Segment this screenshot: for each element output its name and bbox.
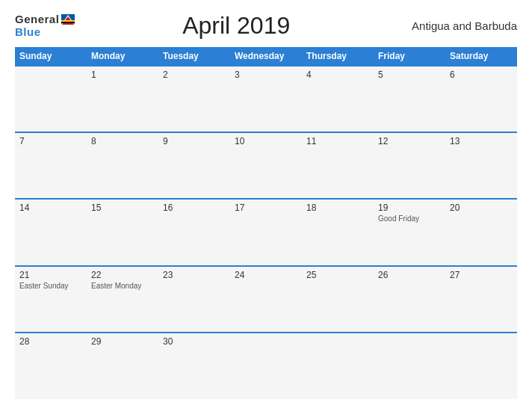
calendar-cell: 7	[15, 132, 87, 199]
day-number: 13	[450, 136, 513, 146]
week-row-3: 141516171819Good Friday20	[15, 199, 517, 265]
weekday-header-wednesday: Wednesday	[230, 47, 302, 66]
weekday-header-thursday: Thursday	[302, 47, 374, 66]
calendar-cell: 23	[158, 266, 230, 333]
day-number: 7	[19, 136, 82, 146]
calendar-cell: 21Easter Sunday	[15, 266, 87, 333]
calendar-cell: 24	[230, 266, 302, 333]
calendar-cell: 19Good Friday	[374, 199, 445, 265]
calendar-cell: 30	[158, 333, 230, 399]
logo-blue: Blue	[15, 26, 75, 39]
day-number: 25	[306, 270, 369, 280]
logo-general: General	[15, 13, 59, 25]
svg-rect-3	[61, 22, 75, 23]
day-number: 11	[306, 136, 369, 146]
calendar-cell: 3	[230, 66, 302, 132]
day-number: 14	[19, 203, 82, 213]
day-number: 5	[378, 69, 441, 80]
day-event: Good Friday	[378, 214, 441, 223]
calendar-cell: 12	[374, 132, 445, 199]
calendar-cell: 18	[302, 199, 374, 265]
calendar-cell: 25	[302, 266, 374, 333]
weekday-header-sunday: Sunday	[15, 47, 87, 66]
day-number: 29	[91, 336, 154, 347]
calendar-cell: 4	[302, 66, 374, 132]
calendar-cell: 2	[158, 66, 230, 132]
weekday-header-saturday: Saturday	[445, 47, 517, 66]
day-number: 12	[378, 136, 441, 146]
day-number: 4	[306, 69, 369, 80]
calendar-cell: 16	[158, 199, 230, 265]
day-number: 15	[91, 203, 154, 213]
day-number: 30	[163, 336, 226, 347]
calendar-cell: 14	[15, 199, 87, 265]
calendar-cell: 17	[230, 199, 302, 265]
calendar-cell: 13	[445, 132, 517, 199]
calendar-cell: 8	[87, 132, 158, 199]
week-row-4: 21Easter Sunday22Easter Monday2324252627	[15, 266, 517, 333]
week-row-1: 123456	[15, 66, 517, 132]
day-number: 18	[306, 203, 369, 213]
calendar-cell: 26	[374, 266, 445, 333]
calendar-cell: 29	[87, 333, 158, 399]
calendar-cell	[230, 333, 302, 399]
day-number: 22	[91, 270, 154, 280]
calendar-cell: 6	[445, 66, 517, 132]
day-number: 28	[19, 336, 82, 347]
calendar-cell: 27	[445, 266, 517, 333]
day-number: 8	[91, 136, 154, 146]
calendar-cell: 15	[87, 199, 158, 265]
day-number: 6	[450, 69, 513, 80]
day-number: 23	[163, 270, 226, 280]
calendar-cell	[374, 333, 445, 399]
day-number: 9	[163, 136, 226, 146]
day-number: 2	[163, 69, 226, 80]
day-number: 19	[378, 203, 441, 213]
day-event: Easter Monday	[91, 282, 154, 290]
day-event: Easter Sunday	[19, 282, 82, 290]
weekday-header-tuesday: Tuesday	[158, 47, 230, 66]
weekday-header-monday: Monday	[87, 47, 158, 66]
calendar-cell	[15, 66, 87, 132]
logo-flag-icon	[61, 14, 75, 25]
day-number: 24	[235, 270, 297, 280]
calendar-cell: 10	[230, 132, 302, 199]
calendar-cell: 5	[374, 66, 445, 132]
day-number: 1	[91, 69, 154, 80]
calendar-cell: 1	[87, 66, 158, 132]
calendar-cell: 20	[445, 199, 517, 265]
day-number: 27	[450, 270, 513, 280]
week-row-2: 78910111213	[15, 132, 517, 199]
calendar-cell: 22Easter Monday	[87, 266, 158, 333]
svg-rect-4	[61, 20, 75, 22]
day-number: 16	[163, 203, 226, 213]
calendar-title: April 2019	[75, 12, 398, 40]
logo: General Blue	[15, 13, 75, 38]
day-number: 17	[235, 203, 297, 213]
calendar-cell: 9	[158, 132, 230, 199]
day-number: 20	[450, 203, 513, 213]
weekday-header-row: SundayMondayTuesdayWednesdayThursdayFrid…	[15, 47, 517, 66]
week-row-5: 282930	[15, 333, 517, 399]
day-number: 3	[235, 69, 297, 80]
calendar-cell: 28	[15, 333, 87, 399]
weekday-header-friday: Friday	[374, 47, 445, 66]
calendar-table: SundayMondayTuesdayWednesdayThursdayFrid…	[15, 47, 517, 399]
calendar-cell: 11	[302, 132, 374, 199]
calendar-cell	[445, 333, 517, 399]
day-number: 10	[235, 136, 297, 146]
logo-text: General	[15, 13, 75, 26]
country-name: Antigua and Barbuda	[398, 19, 517, 32]
calendar-header: General Blue April 2019 Antigua and Barb…	[15, 12, 517, 40]
calendar-cell	[302, 333, 374, 399]
day-number: 26	[378, 270, 441, 280]
day-number: 21	[19, 270, 82, 280]
